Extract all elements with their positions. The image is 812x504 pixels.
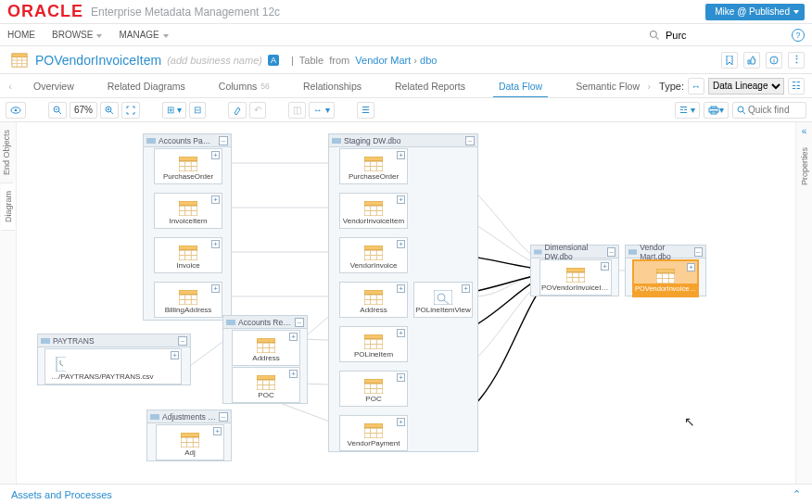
add-business-name[interactable]: (add business name): [167, 55, 262, 66]
menu-home[interactable]: HOME: [7, 30, 35, 40]
expand-icon[interactable]: +: [462, 284, 470, 293]
zoom-level[interactable]: 67%: [70, 102, 97, 119]
node-s-vendorinvoiceitem[interactable]: +VendorInvoiceItem: [339, 193, 408, 229]
node-s-polineitem[interactable]: +POLineItem: [339, 326, 408, 362]
rail-properties[interactable]: Properties: [798, 140, 811, 193]
expand-icon[interactable]: +: [211, 151, 220, 159]
expand-icon[interactable]: +: [397, 284, 405, 293]
quick-find-input[interactable]: [746, 104, 802, 116]
layout-button[interactable]: ☷: [788, 78, 805, 94]
tab-semantic-flow[interactable]: Semantic Flow: [559, 74, 642, 97]
node-invoiceitem[interactable]: +InvoiceItem: [154, 193, 222, 229]
info-button[interactable]: [766, 52, 782, 69]
svg-point-12: [15, 108, 18, 111]
tab-scroll-left[interactable]: ‹: [4, 74, 17, 97]
lineage-type-select[interactable]: Data Lineage: [708, 78, 784, 94]
expand-icon[interactable]: +: [289, 333, 298, 341]
collapse-button[interactable]: ⊟: [189, 102, 206, 119]
node-dim-povendorinvoiceitem[interactable]: +POVendorInvoiceItem: [539, 259, 612, 296]
preview-button[interactable]: [6, 102, 26, 119]
svg-point-10: [773, 57, 774, 58]
zoom-in-button[interactable]: [100, 102, 119, 119]
type-label: Type:: [659, 81, 684, 92]
tab-related-diagrams[interactable]: Related Diagrams: [91, 74, 202, 97]
page-title: POVendorInvoiceItem: [35, 53, 161, 68]
collapse-icon[interactable]: –: [607, 247, 615, 257]
expand-icon[interactable]: +: [211, 284, 220, 293]
rail-collapse-icon[interactable]: «: [802, 122, 807, 140]
tab-columns[interactable]: Columns56: [202, 74, 286, 97]
breadcrumb-model[interactable]: Vendor Mart: [355, 55, 411, 66]
expand-button[interactable]: ⊞ ▾: [162, 102, 186, 119]
lineage-direction-button[interactable]: ↔: [688, 78, 704, 94]
user-menu[interactable]: Mike @ Published: [705, 4, 805, 20]
attestation-badge[interactable]: A: [268, 55, 279, 66]
node-s-vendorpayment[interactable]: +VendorPayment: [339, 415, 408, 451]
menu-manage[interactable]: MANAGE: [119, 30, 168, 40]
bookmark-button[interactable]: [721, 52, 738, 69]
node-ar-poc[interactable]: +POC: [232, 367, 300, 403]
collapse-icon[interactable]: –: [178, 336, 187, 346]
expand-icon[interactable]: +: [397, 240, 405, 248]
expand-icon[interactable]: +: [289, 370, 298, 378]
rail-diagram[interactable]: Diagram: [1, 183, 15, 231]
expand-icon[interactable]: +: [601, 262, 609, 271]
expand-icon[interactable]: +: [397, 329, 405, 337]
tab-overview[interactable]: Overview: [17, 74, 91, 97]
fit-button[interactable]: [121, 102, 140, 119]
node-invoice[interactable]: +Invoice: [154, 237, 222, 273]
tab-relationships[interactable]: Relationships: [286, 74, 378, 97]
footer-expand-icon[interactable]: ⌃: [793, 488, 801, 500]
node-s-poc[interactable]: +POC: [339, 371, 408, 407]
list-view-button[interactable]: ☰: [357, 102, 374, 119]
rail-end-objects[interactable]: End Objects: [0, 122, 13, 183]
node-billingaddress[interactable]: +BillingAddress: [154, 282, 222, 318]
node-s-vendorinvoice[interactable]: +VendorInvoice: [339, 237, 408, 273]
tab-scroll-right[interactable]: ›: [642, 74, 655, 97]
collapse-icon[interactable]: –: [694, 247, 703, 257]
collapse-icon[interactable]: –: [465, 136, 475, 145]
node-adj[interactable]: +Adj: [156, 424, 224, 460]
svg-rect-25: [146, 138, 156, 144]
quick-find[interactable]: [732, 102, 806, 119]
group-button[interactable]: ◫: [288, 102, 306, 119]
help-icon[interactable]: ?: [792, 29, 805, 42]
expand-icon[interactable]: +: [397, 418, 405, 426]
node-paytrans-file[interactable]: +…/PAYTRANS/PAYTRANS.csv: [44, 348, 182, 384]
expand-icon[interactable]: +: [211, 195, 220, 204]
breadcrumb-schema[interactable]: dbo: [420, 55, 437, 66]
tab-data-flow[interactable]: Data Flow: [482, 74, 559, 97]
collapse-icon[interactable]: –: [219, 136, 228, 145]
node-s-address[interactable]: +Address: [339, 282, 408, 318]
print-button[interactable]: ▾: [704, 102, 729, 119]
nav-button[interactable]: ↔ ▾: [309, 102, 335, 119]
node-ar-address[interactable]: +Address: [232, 330, 300, 366]
footer-assets-processes[interactable]: Assets and Processes: [11, 489, 112, 500]
node-s-polineitemview[interactable]: +POLineItemView: [413, 282, 473, 318]
expand-icon[interactable]: +: [687, 263, 695, 271]
zoom-out-button[interactable]: [48, 102, 67, 119]
svg-rect-26: [332, 138, 341, 144]
clear-highlight-button[interactable]: ↶: [249, 102, 266, 119]
expand-icon[interactable]: +: [397, 195, 405, 204]
expand-icon[interactable]: +: [397, 373, 405, 382]
breadcrumb-sep: ›: [413, 55, 417, 66]
node-purchaseorder[interactable]: +PurchaseOrder: [154, 148, 222, 184]
tab-related-reports[interactable]: Related Reports: [378, 74, 482, 97]
search-input[interactable]: [664, 29, 775, 42]
expand-icon[interactable]: +: [171, 351, 179, 359]
expand-icon[interactable]: +: [213, 427, 222, 435]
endorse-button[interactable]: [743, 52, 760, 69]
node-vmart-povendorinvoiceitem[interactable]: +POVendorInvoiceItem: [632, 259, 699, 297]
options-button[interactable]: ☲ ▾: [675, 102, 700, 119]
menu-browse[interactable]: BROWSE: [52, 30, 102, 40]
expand-icon[interactable]: +: [397, 151, 405, 159]
global-search[interactable]: [649, 29, 775, 42]
expand-icon[interactable]: +: [211, 240, 220, 248]
collapse-icon[interactable]: –: [295, 318, 304, 327]
collapse-icon[interactable]: –: [219, 412, 228, 422]
more-actions-button[interactable]: ⋮: [788, 52, 805, 69]
node-s-purchaseorder[interactable]: +PurchaseOrder: [339, 148, 408, 184]
highlight-button[interactable]: [228, 102, 247, 119]
svg-line-14: [58, 111, 61, 114]
